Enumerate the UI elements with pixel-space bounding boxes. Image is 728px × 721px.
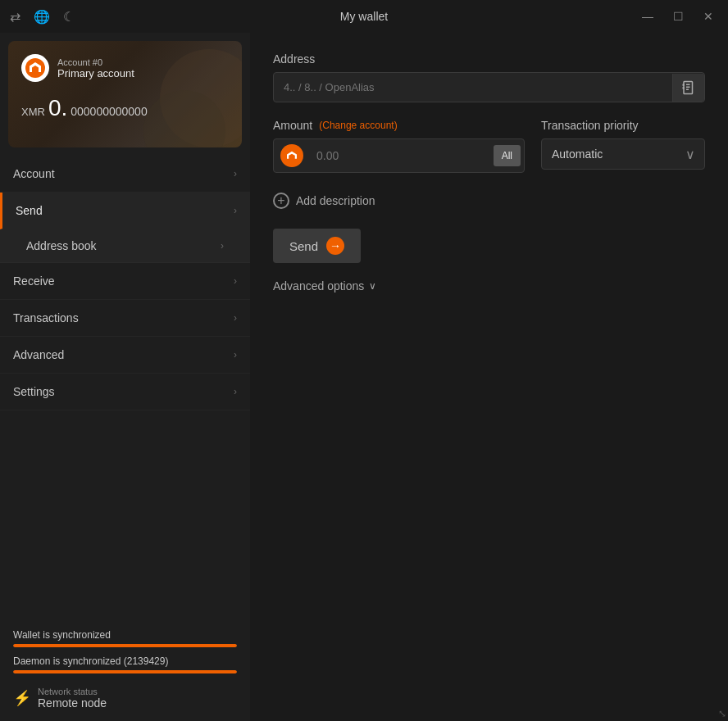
title-bar-left: ⇄ 🌐 ☾ <box>10 9 75 25</box>
monero-logo <box>21 54 49 82</box>
chevron-right-icon: › <box>234 349 237 360</box>
account-number: Account #0 <box>57 57 134 67</box>
advanced-options-row[interactable]: Advanced options ∨ <box>273 279 705 292</box>
wallet-sync-bar <box>13 644 237 647</box>
monero-icon-small <box>280 144 303 167</box>
amount-priority-row: Amount (Change account) All Transaction … <box>273 119 705 173</box>
title-bar-controls: — ☐ ✕ <box>637 8 718 25</box>
chevron-right-icon: › <box>221 240 224 252</box>
priority-select[interactable]: Automatic Slow Normal Fast Fastest <box>541 138 705 170</box>
wallet-sync-fill <box>13 644 237 647</box>
svg-rect-6 <box>683 87 685 88</box>
account-balance: XMR 0. 000000000000 <box>21 95 229 121</box>
send-button[interactable]: Send → <box>273 229 361 263</box>
priority-label: Transaction priority <box>541 119 705 132</box>
daemon-sync-fill <box>13 670 237 673</box>
sidebar-bottom: Wallet is synchronized Daemon is synchro… <box>0 619 250 721</box>
network-value: Remote node <box>38 696 107 710</box>
chevron-right-icon: › <box>234 168 237 179</box>
svg-point-0 <box>25 58 45 78</box>
resize-handle[interactable]: ⤡ <box>718 708 726 719</box>
chevron-right-icon: › <box>234 386 237 397</box>
amount-input-wrap: All <box>273 138 525 173</box>
sidebar-item-address-book[interactable]: Address book › <box>0 229 250 263</box>
network-info: Network status Remote node <box>38 687 107 710</box>
network-status-label: Network status <box>38 687 107 696</box>
priority-select-wrap: Automatic Slow Normal Fast Fastest <box>541 138 705 170</box>
balance-decimal: 000000000000 <box>71 105 147 118</box>
sidebar-item-account[interactable]: Account › <box>0 156 250 193</box>
chevron-right-icon: › <box>234 312 237 324</box>
daemon-sync-label: Daemon is synchronized (2139429) <box>13 655 237 667</box>
bolt-icon: ⚡ <box>13 689 31 707</box>
svg-rect-5 <box>683 84 685 85</box>
address-label: Address <box>273 52 705 66</box>
change-account-link[interactable]: (Change account) <box>319 120 397 131</box>
send-arrow-icon: → <box>326 237 344 255</box>
amount-col: Amount (Change account) All <box>273 119 525 173</box>
address-input[interactable] <box>274 73 672 102</box>
close-button[interactable]: ✕ <box>698 8 718 25</box>
sidebar: Account #0 Primary account XMR 0. 000000… <box>0 33 250 721</box>
title-bar: ⇄ 🌐 ☾ My wallet — ☐ ✕ <box>0 0 728 33</box>
send-button-label: Send <box>289 239 318 253</box>
address-book-button[interactable] <box>672 74 704 102</box>
window-title: My wallet <box>340 10 388 23</box>
moon-icon[interactable]: ☾ <box>63 9 75 25</box>
add-description-label: Add description <box>296 194 375 207</box>
globe-icon[interactable]: 🌐 <box>34 9 50 25</box>
address-input-wrap <box>273 72 705 102</box>
advanced-options-label: Advanced options <box>273 279 364 292</box>
chevron-down-icon: ∨ <box>369 280 376 292</box>
transfer-icon[interactable]: ⇄ <box>10 9 20 25</box>
account-header: Account #0 Primary account <box>21 54 229 82</box>
all-button[interactable]: All <box>494 145 521 166</box>
daemon-sync-bar <box>13 670 237 673</box>
maximize-button[interactable]: ☐ <box>668 8 689 25</box>
sidebar-item-receive[interactable]: Receive › <box>0 263 250 300</box>
minimize-button[interactable]: — <box>637 8 658 25</box>
add-description-row[interactable]: + Add description <box>273 189 705 212</box>
sidebar-item-advanced[interactable]: Advanced › <box>0 337 250 374</box>
content-area: Address Amount (Change account) <box>250 33 728 721</box>
amount-label-row: Amount (Change account) <box>273 119 525 132</box>
account-name: Primary account <box>57 67 134 79</box>
wallet-sync-label: Wallet is synchronized <box>13 629 237 641</box>
amount-input[interactable] <box>310 141 490 170</box>
balance-currency: XMR <box>21 106 45 118</box>
plus-circle-icon: + <box>273 193 289 209</box>
account-card[interactable]: Account #0 Primary account XMR 0. 000000… <box>8 41 242 147</box>
account-info: Account #0 Primary account <box>57 57 134 79</box>
sidebar-item-transactions[interactable]: Transactions › <box>0 300 250 337</box>
sidebar-item-send[interactable]: Send › <box>0 193 250 229</box>
amount-label: Amount <box>273 119 312 132</box>
network-status: ⚡ Network status Remote node <box>13 682 237 714</box>
sidebar-item-settings[interactable]: Settings › <box>0 374 250 410</box>
chevron-right-icon: › <box>234 205 237 216</box>
balance-integer: 0. <box>48 95 67 121</box>
chevron-right-icon: › <box>234 275 237 287</box>
priority-col: Transaction priority Automatic Slow Norm… <box>541 119 705 170</box>
